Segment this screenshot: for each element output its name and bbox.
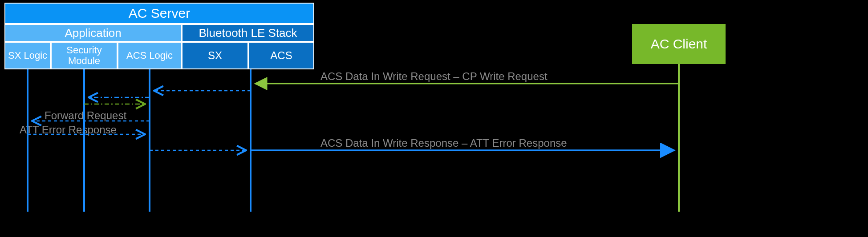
ble-stack-title: Bluetooth LE Stack — [182, 24, 314, 42]
ac-client-box: AC Client — [632, 24, 726, 64]
msg-att-error-label: ATT Error Response — [20, 124, 117, 136]
sx-cell: SX — [182, 42, 248, 69]
sequence-diagram: AC Server Application Bluetooth LE Stack… — [0, 0, 868, 237]
acs-logic-cell: ACS Logic — [118, 42, 182, 69]
acs-cell: ACS — [248, 42, 314, 69]
msg-forward-request-label: Forward Request — [45, 109, 126, 122]
security-module-cell: Security Module — [51, 42, 118, 69]
ac-server-title: AC Server — [4, 3, 314, 24]
application-title: Application — [4, 24, 182, 42]
msg-response-label: ACS Data In Write Response – ATT Error R… — [320, 137, 567, 149]
msg-request-label: ACS Data In Write Request – CP Write Req… — [320, 70, 548, 83]
sx-logic-cell: SX Logic — [4, 42, 51, 69]
